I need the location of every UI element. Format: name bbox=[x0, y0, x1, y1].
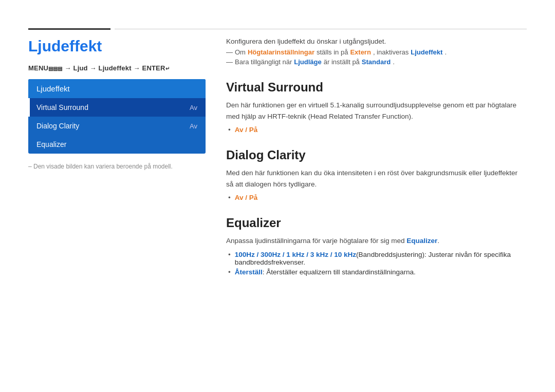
intro-line3: Bara tillgängligt när Ljudläge är instäl… bbox=[226, 58, 527, 66]
divider-dark bbox=[28, 28, 110, 30]
menu-item-dialog-clarity[interactable]: Dialog Clarity Av bbox=[28, 117, 206, 135]
dialog-clarity-avpa-text: Av / På bbox=[235, 194, 258, 201]
menu-item-value-virtual-surround: Av bbox=[190, 104, 197, 111]
equalizer-highlight: Equalizer bbox=[406, 237, 437, 245]
section-title-virtual-surround: Virtual Surround bbox=[226, 80, 527, 95]
intro-highlight-hogtalar: Högtalarinställningar bbox=[248, 48, 314, 56]
intro-highlight-extern: Extern bbox=[350, 48, 371, 56]
menu-item-label-dialog-clarity: Dialog Clarity bbox=[36, 122, 79, 130]
section-desc-virtual-surround: Den här funktionen ger en virtuell 5.1-k… bbox=[226, 100, 527, 122]
menu-item-label-virtual-surround: Virtual Surround bbox=[36, 103, 88, 111]
section-desc-equalizer: Anpassa ljudinställningarna för varje hö… bbox=[226, 235, 527, 247]
section-desc-dialog-clarity: Med den här funktionen kan du öka intens… bbox=[226, 167, 527, 190]
section-equalizer: Equalizer Anpassa ljudinställningarna fö… bbox=[226, 216, 527, 276]
equalizer-freq-text: 100Hz / 300Hz / 1 kHz / 3 kHz / 10 kHz(B… bbox=[235, 251, 527, 266]
intro-highlight-ljudeffekt: Ljudeffekt bbox=[411, 48, 442, 56]
section-title-equalizer: Equalizer bbox=[226, 216, 527, 230]
menu-item-virtual-surround[interactable]: Virtual Surround Av bbox=[28, 98, 206, 117]
divider-light bbox=[115, 29, 527, 29]
top-divider bbox=[28, 0, 527, 30]
intro-highlight-standard: Standard bbox=[362, 58, 391, 66]
section-dialog-clarity: Dialog Clarity Med den här funktionen ka… bbox=[226, 148, 527, 201]
right-panel: Konfigurera den ljudeffekt du önskar i u… bbox=[226, 38, 527, 278]
breadcrumb-text: MENU▤▤▤ → Ljud → Ljudeffekt → ENTER↵ bbox=[28, 64, 170, 72]
equalizer-reset-label: Återställ bbox=[235, 268, 263, 276]
left-panel: Ljudeffekt MENU▤▤▤ → Ljud → Ljudeffekt →… bbox=[28, 38, 206, 278]
equalizer-freq-values: 100Hz / 300Hz / 1 kHz / 3 kHz / 10 kHz bbox=[235, 251, 356, 258]
intro-highlight-ljudlage: Ljudläge bbox=[294, 58, 321, 66]
bullet-equalizer-freq: 100Hz / 300Hz / 1 kHz / 3 kHz / 10 kHz(B… bbox=[228, 251, 527, 266]
virtual-surround-avpa-text: Av / På bbox=[235, 126, 258, 134]
breadcrumb: MENU▤▤▤ → Ljud → Ljudeffekt → ENTER↵ bbox=[28, 64, 206, 72]
menu-header: Ljudeffekt bbox=[28, 79, 206, 98]
menu-item-value-dialog-clarity: Av bbox=[190, 122, 197, 130]
intro-line2: Om Högtalarinställningar ställs in på Ex… bbox=[226, 48, 527, 56]
bullet-equalizer-reset: Återställ: Återställer equalizern till s… bbox=[228, 268, 527, 276]
menu-box: Ljudeffekt Virtual Surround Av Dialog Cl… bbox=[28, 79, 206, 154]
section-title-dialog-clarity: Dialog Clarity bbox=[226, 148, 527, 162]
note: – Den visade bilden kan variera beroende… bbox=[28, 163, 206, 170]
menu-item-equalizer[interactable]: Equalizer bbox=[28, 135, 206, 154]
page-title: Ljudeffekt bbox=[28, 38, 206, 55]
content-wrapper: Ljudeffekt MENU▤▤▤ → Ljud → Ljudeffekt →… bbox=[28, 30, 527, 278]
bullet-dialog-clarity-avpa: Av / På bbox=[228, 194, 527, 201]
section-virtual-surround: Virtual Surround Den här funktionen ger … bbox=[226, 80, 527, 134]
intro-line1: Konfigurera den ljudeffekt du önskar i u… bbox=[226, 38, 527, 45]
menu-item-label-equalizer: Equalizer bbox=[36, 140, 66, 148]
bullet-virtual-surround-avpa: Av / På bbox=[228, 126, 527, 134]
equalizer-reset-text: Återställ: Återställer equalizern till s… bbox=[235, 268, 416, 276]
